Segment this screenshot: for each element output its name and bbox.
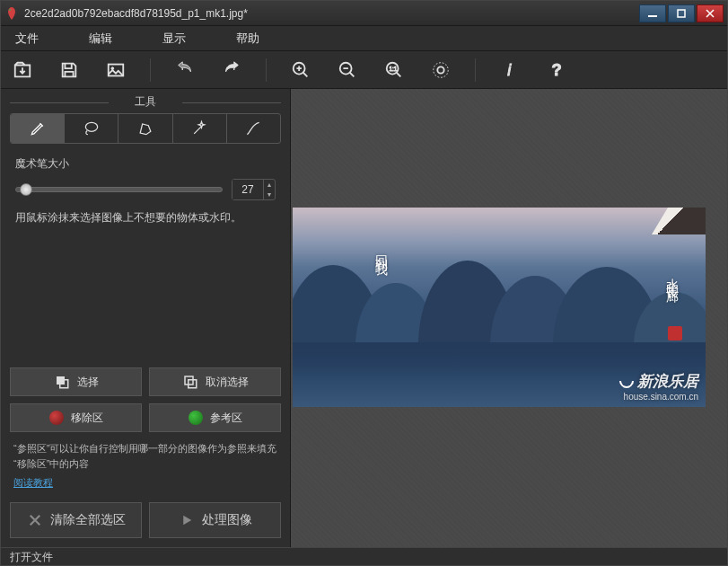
save-button[interactable] [57,57,82,83]
sidebar: 工具 魔术笔大小 ▲▼ 用鼠标涂抹来选择图像上不想要的物体或水印。 选择 取消选… [1,89,290,547]
spinner-up[interactable]: ▲ [264,180,275,190]
menu-edit[interactable]: 编辑 [82,27,119,50]
tool-hint: 用鼠标涂抹来选择图像上不想要的物体或水印。 [10,209,281,226]
tools-panel-title: 工具 [10,94,281,110]
ref-zone-help: “参照区”可以让你自行控制用哪一部分的图像作为参照来填充“移除区”中的内容 [10,439,281,473]
statusbar: 打开文件 [1,547,727,566]
deselect-button[interactable]: 取消选择 [149,367,281,396]
window-title: 2ce2d2ad0b792ebacdf8d78195d_p1_mk1.jpg* [24,7,637,20]
overlay-text-2: 水印長廊 [664,269,680,283]
image-button[interactable] [103,57,128,83]
process-button[interactable]: 处理图像 [149,502,281,538]
info-button[interactable]: i [497,57,522,83]
image-preview: 回到我 水印長廊 新浪乐居 house.sina.com.cn [293,208,706,407]
remove-zone-button[interactable]: 移除区 [10,403,142,432]
svg-text:i: i [507,60,512,79]
brush-size-spinner[interactable]: ▲▼ [232,179,276,200]
zoom-actual-button[interactable]: 1:1 [382,57,407,83]
minimize-button[interactable] [639,4,666,22]
svg-point-0 [9,9,11,11]
svg-point-9 [434,62,449,77]
tool-marker[interactable] [11,114,65,143]
svg-text:1:1: 1:1 [390,65,398,71]
svg-rect-2 [678,10,685,17]
green-dot-icon [189,411,203,425]
brush-size-slider[interactable] [15,187,223,192]
tool-selector [10,113,281,144]
select-button[interactable]: 选择 [10,367,142,396]
maximize-button[interactable] [668,4,695,22]
undo-button[interactable] [172,57,197,83]
seal-icon [668,326,682,340]
watermark: 新浪乐居 house.sina.com.cn [618,371,698,402]
menu-view[interactable]: 显示 [155,27,193,50]
sina-logo-icon [618,372,636,390]
tutorial-link[interactable]: 阅读教程 [10,473,281,493]
menu-file[interactable]: 文件 [8,27,46,50]
open-button[interactable] [10,57,35,83]
status-text: 打开文件 [10,550,53,565]
ref-zone-button[interactable]: 参考区 [149,403,281,432]
svg-point-13 [85,122,97,131]
menu-help[interactable]: 帮助 [229,27,267,50]
titlebar: 2ce2d2ad0b792ebacdf8d78195d_p1_mk1.jpg* [1,1,727,26]
brush-size-input[interactable] [232,180,263,199]
tool-line[interactable] [227,114,280,143]
close-button[interactable] [697,4,724,22]
svg-text:?: ? [552,60,562,79]
toolbar: 1:1 i ? [1,51,727,89]
clear-selection-button[interactable]: 清除全部选区 [10,502,142,538]
redo-button[interactable] [219,57,244,83]
tool-polygon[interactable] [118,114,172,143]
zoom-out-button[interactable] [335,57,360,83]
brush-size-label: 魔术笔大小 [15,156,276,172]
red-dot-icon [49,411,64,425]
svg-point-10 [437,66,443,73]
app-icon [4,6,19,21]
canvas-area[interactable]: 回到我 水印長廊 新浪乐居 house.sina.com.cn [290,89,727,547]
zoom-in-button[interactable] [288,57,313,83]
spinner-down[interactable]: ▼ [264,190,275,199]
svg-rect-1 [648,15,657,17]
overlay-text-1: 回到我 [373,245,390,256]
tool-wand[interactable] [173,114,227,143]
help-button[interactable]: ? [544,57,569,83]
zoom-fit-button[interactable] [428,57,453,83]
tool-lasso[interactable] [65,114,118,143]
menubar: 文件 编辑 显示 帮助 [1,26,727,51]
